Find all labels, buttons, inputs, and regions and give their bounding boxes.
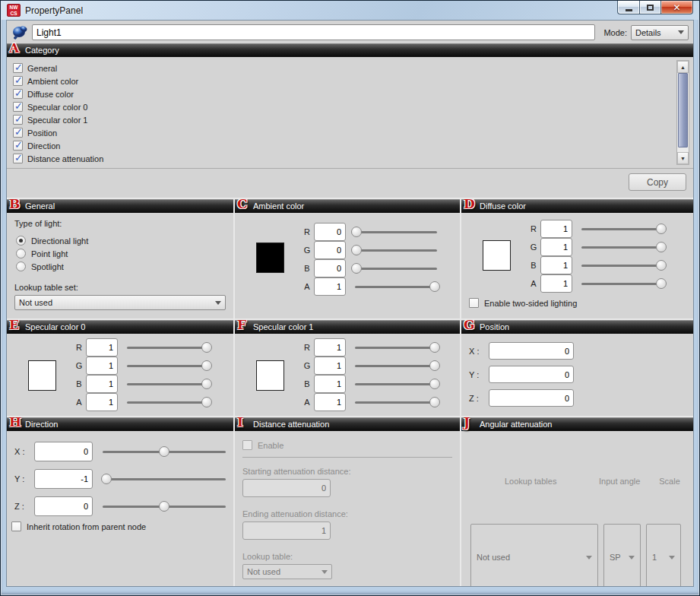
slider-thumb[interactable] (429, 379, 440, 389)
direction-z-slider[interactable] (103, 501, 226, 512)
direction-y-slider[interactable] (103, 474, 226, 484)
channel-r-input[interactable] (314, 338, 346, 357)
channel-a-input[interactable] (540, 274, 572, 293)
position-x-input[interactable] (489, 342, 574, 360)
channel-a-slider[interactable] (581, 278, 664, 289)
slider-thumb[interactable] (201, 360, 212, 371)
direction-y-input[interactable] (34, 469, 93, 489)
position-y-input[interactable] (489, 366, 574, 383)
slider-thumb[interactable] (159, 501, 169, 512)
channel-g-input[interactable] (86, 357, 118, 375)
channel-b-slider[interactable] (355, 263, 437, 274)
checkbox[interactable] (13, 76, 23, 86)
checkbox[interactable] (11, 522, 21, 531)
direction-x-input[interactable] (34, 442, 93, 461)
channel-b-input[interactable] (86, 375, 118, 393)
radio-point-light[interactable]: Point light (16, 247, 226, 260)
inherit-rotation-option[interactable]: Inherit rotation from parent node (11, 522, 226, 531)
title-bar[interactable]: NWCS PropertyPanel ✕ (1, 1, 699, 20)
category-item-position[interactable]: Position (13, 126, 673, 139)
channel-r-slider[interactable] (355, 227, 437, 237)
category-scrollbar[interactable]: ▲ ▼ (676, 60, 689, 165)
slider-thumb[interactable] (429, 281, 440, 292)
channel-g-slider[interactable] (127, 360, 209, 371)
category-item-ambient-color[interactable]: Ambient color (13, 74, 673, 87)
slider-thumb[interactable] (656, 260, 667, 271)
two-sided-lighting-option[interactable]: Enable two-sided lighting (469, 298, 686, 308)
checkbox[interactable] (469, 298, 479, 308)
category-item-distance-attenuation[interactable]: Distance attenuation (13, 152, 673, 165)
channel-g-slider[interactable] (355, 245, 437, 255)
checkbox[interactable] (13, 154, 23, 163)
category-item-specular-color-1[interactable]: Specular color 1 (13, 113, 673, 126)
channel-b-input[interactable] (314, 259, 346, 277)
slider-thumb[interactable] (429, 342, 440, 353)
copy-button[interactable]: Copy (629, 173, 686, 191)
slider-thumb[interactable] (201, 379, 212, 389)
channel-g-slider[interactable] (355, 360, 437, 371)
channel-a-input[interactable] (86, 393, 118, 411)
channel-b-input[interactable] (314, 375, 346, 393)
color-swatch[interactable] (256, 360, 284, 391)
slider-thumb[interactable] (656, 242, 667, 252)
channel-r-input[interactable] (86, 338, 118, 357)
channel-r-slider[interactable] (581, 224, 664, 234)
channel-b-input[interactable] (540, 256, 572, 274)
checkbox[interactable] (13, 141, 23, 151)
node-name-input[interactable] (32, 24, 595, 40)
close-button[interactable]: ✕ (660, 1, 693, 14)
channel-r-input[interactable] (314, 223, 346, 241)
channel-b-slider[interactable] (127, 379, 209, 389)
slider-thumb[interactable] (656, 278, 667, 289)
distance-enable-option[interactable]: Enable (242, 440, 452, 450)
position-z-input[interactable] (489, 389, 574, 407)
slider-thumb[interactable] (351, 263, 362, 274)
scroll-down-button[interactable]: ▼ (677, 152, 689, 164)
color-swatch[interactable] (256, 243, 284, 273)
maximize-button[interactable] (639, 1, 660, 14)
checkbox[interactable] (13, 128, 23, 138)
mode-select[interactable]: Details (631, 25, 689, 40)
slider-thumb[interactable] (429, 360, 440, 371)
channel-g-input[interactable] (540, 238, 572, 256)
radio-icon[interactable] (16, 236, 26, 246)
color-swatch[interactable] (483, 240, 511, 271)
slider-thumb[interactable] (201, 342, 212, 353)
category-item-direction[interactable]: Direction (13, 139, 673, 152)
scrollbar-thumb[interactable] (678, 73, 688, 147)
radio-spotlight[interactable]: Spotlight (16, 260, 226, 273)
channel-a-slider[interactable] (355, 397, 437, 407)
slider-thumb[interactable] (429, 397, 440, 407)
radio-directional-light[interactable]: Directional light (16, 234, 226, 247)
slider-thumb[interactable] (351, 227, 362, 237)
checkbox[interactable] (242, 440, 252, 450)
channel-b-slider[interactable] (581, 260, 664, 271)
channel-g-slider[interactable] (581, 242, 664, 252)
minimize-button[interactable] (617, 1, 639, 14)
direction-z-input[interactable] (34, 496, 93, 516)
direction-x-slider[interactable] (103, 446, 226, 457)
category-item-diffuse-color[interactable]: Diffuse color (13, 87, 673, 100)
category-item-general[interactable]: General (13, 62, 673, 74)
color-swatch[interactable] (28, 360, 56, 391)
checkbox[interactable] (13, 63, 23, 73)
channel-a-input[interactable] (314, 277, 346, 296)
channel-a-slider[interactable] (355, 281, 437, 292)
channel-b-slider[interactable] (355, 379, 437, 389)
channel-a-slider[interactable] (127, 397, 209, 407)
channel-r-input[interactable] (540, 220, 572, 238)
checkbox[interactable] (13, 115, 23, 125)
category-item-specular-color-0[interactable]: Specular color 0 (13, 100, 673, 113)
slider-thumb[interactable] (656, 224, 667, 234)
channel-r-slider[interactable] (355, 342, 437, 353)
slider-thumb[interactable] (351, 245, 362, 255)
checkbox[interactable] (13, 89, 23, 99)
slider-thumb[interactable] (101, 474, 112, 484)
radio-icon[interactable] (16, 262, 26, 271)
channel-r-slider[interactable] (127, 342, 209, 353)
scroll-up-button[interactable]: ▲ (677, 61, 689, 73)
slider-thumb[interactable] (159, 446, 169, 457)
channel-a-input[interactable] (314, 393, 346, 411)
lookup-table-set-select[interactable]: Not used (14, 295, 226, 310)
slider-thumb[interactable] (201, 397, 212, 407)
